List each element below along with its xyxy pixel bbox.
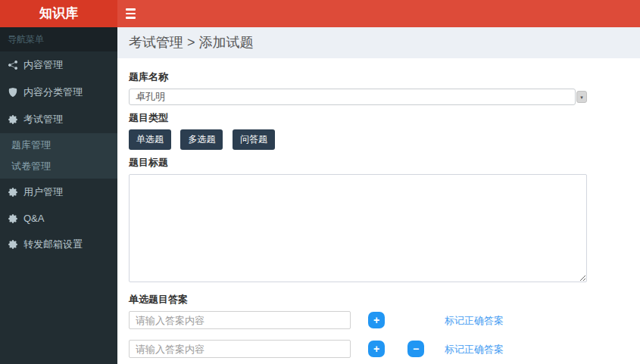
sidebar-item-label: 转发邮箱设置 (23, 238, 83, 251)
sidebar: 导航菜单 内容管理 内容分类管理 考试管理 题库管理 试卷管理 用户管理 Q&A… (0, 27, 117, 364)
sidebar-item-user-management[interactable]: 用户管理 (0, 179, 117, 206)
exam-management-submenu: 题库管理 试卷管理 (0, 133, 117, 179)
add-question-form: 题库名称 卓孔明 ▾ 题目类型 单选题 多选题 问答题 题目标题 单选题目答案 … (117, 58, 640, 364)
top-navbar: 知识库 (0, 0, 640, 27)
add-answer-button[interactable]: + (368, 312, 385, 328)
multiple-choice-button[interactable]: 多选题 (180, 129, 223, 150)
answer-input[interactable] (129, 311, 351, 329)
sidebar-subitem-test-paper-management[interactable]: 试卷管理 (0, 156, 117, 177)
breadcrumb: 考试管理 > 添加试题 (117, 27, 640, 58)
sidebar-section-label: 导航菜单 (0, 27, 117, 51)
sidebar-item-label: 内容分类管理 (23, 86, 83, 99)
sidebar-item-label: 考试管理 (23, 113, 63, 126)
sidebar-item-label: Q&A (23, 213, 44, 224)
sidebar-item-exam-management[interactable]: 考试管理 (0, 106, 117, 133)
sidebar-item-qa[interactable]: Q&A (0, 206, 117, 231)
add-answer-button[interactable]: + (368, 341, 385, 357)
mark-correct-answer-link[interactable]: 标记正确答案 (445, 314, 504, 328)
hamburger-icon[interactable] (126, 0, 151, 27)
gear-icon (8, 213, 18, 223)
single-choice-button[interactable]: 单选题 (129, 129, 171, 150)
sidebar-item-content-category-management[interactable]: 内容分类管理 (0, 79, 117, 106)
question-bank-select[interactable]: 卓孔明 ▾ (129, 89, 587, 105)
question-title-label: 题目标题 (129, 156, 629, 170)
question-title-textarea[interactable] (129, 174, 587, 282)
remove-answer-button[interactable]: − (407, 341, 424, 357)
qa-question-button[interactable]: 问答题 (233, 129, 275, 150)
sidebar-item-content-management[interactable]: 内容管理 (0, 51, 117, 79)
question-bank-selected-value: 卓孔明 (129, 89, 576, 105)
single-choice-answers-label: 单选题目答案 (129, 293, 629, 306)
mark-correct-answer-link[interactable]: 标记正确答案 (445, 343, 504, 356)
question-bank-label: 题库名称 (129, 70, 629, 84)
sidebar-item-forward-mailbox-settings[interactable]: 转发邮箱设置 (0, 231, 117, 258)
gear-icon (8, 240, 18, 250)
answer-input[interactable] (129, 340, 351, 358)
gear-icon (8, 115, 18, 125)
question-type-label: 题目类型 (129, 111, 629, 125)
app-logo[interactable]: 知识库 (0, 0, 117, 27)
chevron-down-icon[interactable]: ▾ (576, 91, 587, 103)
sidebar-item-label: 用户管理 (23, 185, 63, 199)
sidebar-subitem-question-bank-management[interactable]: 题库管理 (0, 135, 117, 156)
share-icon (8, 61, 18, 70)
gear-icon (8, 188, 18, 198)
main-content: 考试管理 > 添加试题 题库名称 卓孔明 ▾ 题目类型 单选题 多选题 问答题 … (117, 27, 640, 364)
question-type-buttons: 单选题 多选题 问答题 (129, 129, 629, 150)
answer-row: + − 标记正确答案 (129, 340, 629, 358)
shield-icon (8, 88, 18, 98)
answer-row: + 标记正确答案 (129, 311, 629, 329)
sidebar-item-label: 内容管理 (23, 58, 63, 72)
